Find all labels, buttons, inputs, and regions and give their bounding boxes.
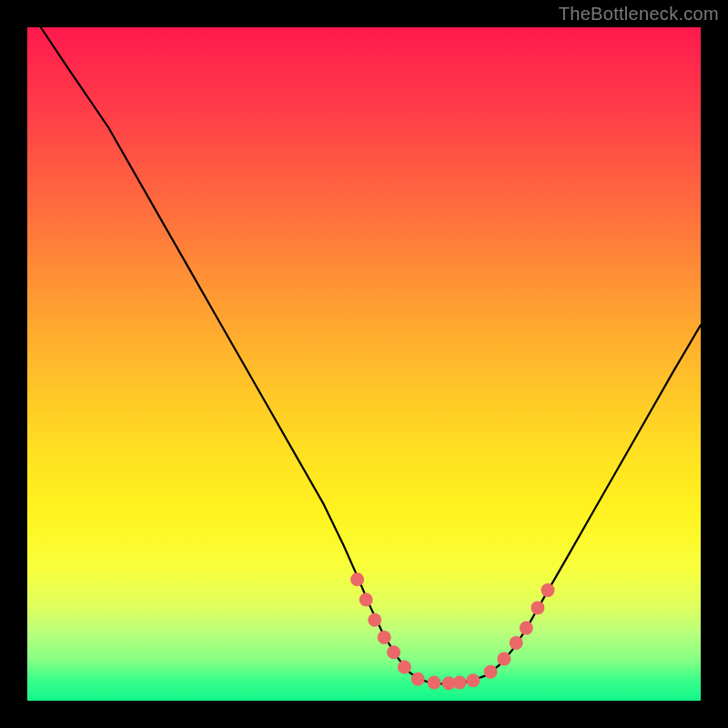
data-dot	[378, 631, 391, 644]
data-dot	[484, 665, 498, 679]
dots-group	[350, 572, 554, 690]
data-dot	[359, 593, 373, 607]
data-dot	[387, 645, 400, 659]
data-dot	[466, 673, 480, 687]
chart-stage: TheBottleneck.com	[0, 0, 728, 728]
data-dot	[398, 661, 411, 674]
data-dot	[497, 652, 511, 666]
data-dot	[428, 676, 441, 690]
data-dot	[350, 572, 364, 586]
bottleneck-curve	[41, 27, 701, 684]
data-dot	[453, 676, 467, 690]
data-dot	[411, 672, 425, 686]
data-dot	[510, 636, 523, 650]
attribution-text: TheBottleneck.com	[559, 4, 719, 25]
data-dot	[520, 622, 533, 635]
chart-overlay	[27, 27, 701, 701]
data-dot	[368, 613, 381, 627]
data-dot	[541, 583, 555, 597]
data-dot	[531, 601, 544, 614]
plot-area	[27, 27, 701, 701]
